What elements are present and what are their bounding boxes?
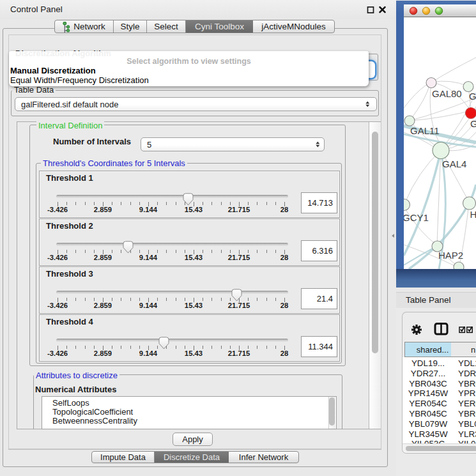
svg-text:GA: GA xyxy=(469,91,476,102)
svg-text:GAL80: GAL80 xyxy=(432,88,462,99)
svg-text:GCY1: GCY1 xyxy=(404,212,429,223)
svg-text:GAL4: GAL4 xyxy=(442,158,466,169)
svg-text:H: H xyxy=(470,209,476,220)
svg-text:G: G xyxy=(470,118,476,129)
svg-text:GAL11: GAL11 xyxy=(410,125,440,136)
svg-text:HAP2: HAP2 xyxy=(438,250,463,261)
